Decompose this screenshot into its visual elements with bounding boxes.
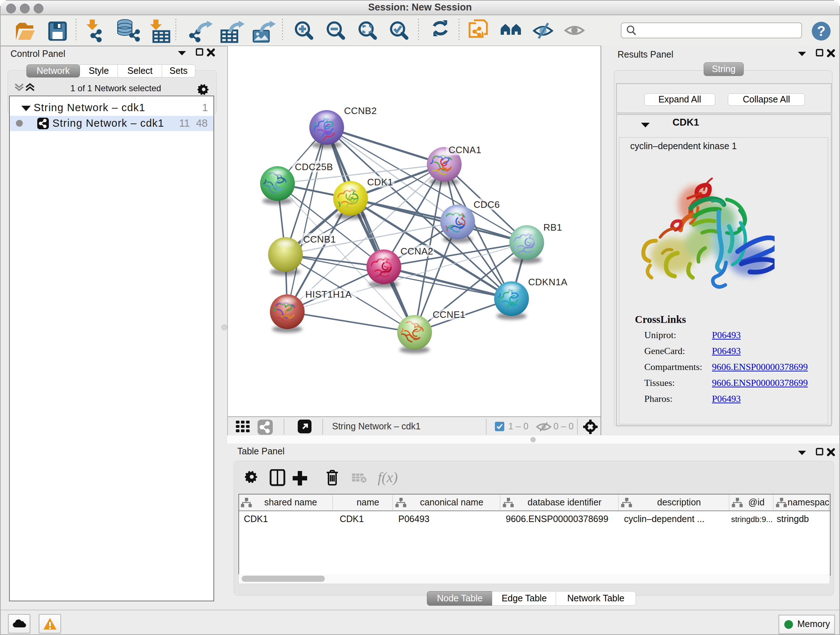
svg-text:RB1: RB1 (543, 222, 562, 233)
svg-text:CDC6: CDC6 (474, 199, 500, 210)
svg-text:f(x): f(x) (378, 469, 398, 486)
svg-text:CCNB2: CCNB2 (344, 105, 377, 116)
svg-text:CDC25B: CDC25B (295, 162, 333, 172)
svg-text:CDKN1A: CDKN1A (528, 277, 568, 287)
svg-text:CCNE1: CCNE1 (433, 309, 466, 320)
svg-text:CDK1: CDK1 (367, 177, 393, 187)
svg-text:CCNB1: CCNB1 (303, 234, 336, 245)
svg-text:CCNA2: CCNA2 (401, 246, 433, 257)
svg-text:HIST1H1A: HIST1H1A (305, 289, 352, 300)
svg-text:CCNA1: CCNA1 (448, 144, 482, 155)
